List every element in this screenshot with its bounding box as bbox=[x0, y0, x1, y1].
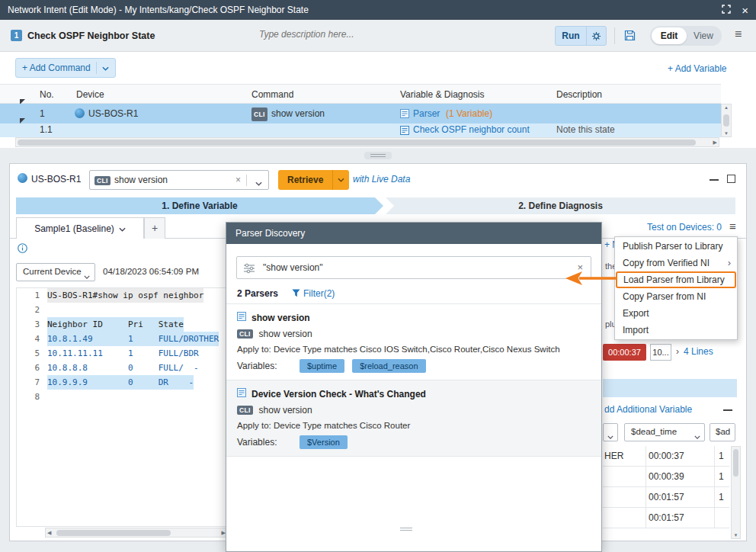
lines-link[interactable]: 4 Lines bbox=[684, 346, 713, 357]
table-row-command-1[interactable]: 1 US-BOS-R1 CLI show version Parser (1 V… bbox=[0, 104, 721, 124]
menu-item-import[interactable]: Import bbox=[615, 322, 737, 339]
scroll-down-icon[interactable]: ▼ bbox=[722, 131, 731, 136]
result-row[interactable]: 00:01:57 bbox=[603, 508, 729, 528]
header-menu-icon[interactable]: ≡ bbox=[735, 28, 742, 40]
add-additional-variable-header[interactable]: dd Additional Variable bbox=[604, 404, 692, 415]
menu-item-load-parser-from-library[interactable]: Load Parser from Library bbox=[616, 271, 736, 288]
result-cell-count: 1 bbox=[719, 471, 724, 482]
filter-link[interactable]: Filter(2) bbox=[303, 288, 335, 299]
step-define-variable[interactable]: 1. Define Variable bbox=[16, 197, 383, 214]
maximize-panel-icon[interactable] bbox=[727, 175, 735, 183]
variable-chip[interactable]: $reload_reason bbox=[352, 359, 425, 373]
code-line: 3Neighbor ID Pri State bbox=[17, 317, 227, 332]
row-no: 1 bbox=[40, 104, 45, 124]
dialog-resize-handle[interactable] bbox=[400, 528, 412, 531]
retrieve-dropdown-icon[interactable] bbox=[332, 170, 349, 190]
divider bbox=[246, 175, 247, 186]
sample-output-editor[interactable]: 1US-BOS-R1#show ip ospf neighbor 2 3Neig… bbox=[16, 287, 228, 527]
sample-source-chevron-icon[interactable] bbox=[84, 271, 90, 281]
parser-list-item[interactable]: Device Version Check - What's Changed CL… bbox=[226, 380, 601, 457]
parser-search-box[interactable]: "show version" × bbox=[236, 256, 591, 279]
parser-variable-count: (1 Variable) bbox=[446, 104, 492, 124]
info-icon[interactable] bbox=[18, 243, 27, 255]
menu-item-copy-parser-from-ni[interactable]: Copy Parser from NI bbox=[615, 288, 737, 305]
search-options-icon[interactable] bbox=[243, 263, 255, 276]
table-row-diagnosis-1-1[interactable]: 1.1 Check OSPF neighbor count Note this … bbox=[0, 124, 721, 137]
diagnosis-name[interactable]: Check OSPF neighbor count bbox=[413, 124, 530, 136]
command-select[interactable]: CLI show version × bbox=[89, 170, 269, 190]
run-button[interactable]: Run bbox=[556, 27, 586, 45]
close-window-icon[interactable]: × bbox=[742, 5, 748, 16]
tab-dropdown-icon[interactable] bbox=[119, 223, 126, 234]
code-horizontal-scrollbar[interactable]: ◀ ▶ bbox=[45, 528, 228, 538]
parser-apply-to: Apply to: Device Type matches Cisco Rout… bbox=[237, 421, 410, 430]
result-row[interactable]: HER 00:00:37 1 bbox=[603, 446, 729, 467]
dead-time-variable-select[interactable]: $dead_time bbox=[624, 423, 705, 441]
scroll-right-icon[interactable]: ▶ bbox=[713, 140, 717, 146]
table-horizontal-scrollbar[interactable]: ▶ bbox=[15, 137, 719, 147]
tab-sample1-baseline[interactable]: Sample1 (Baseline) bbox=[16, 217, 144, 239]
command-select-value: show version bbox=[114, 175, 168, 185]
column-header-description: Description bbox=[556, 85, 602, 104]
retrieve-split-button: Retrieve bbox=[278, 170, 349, 190]
scroll-left-icon[interactable]: ◀ bbox=[47, 530, 51, 536]
description-input[interactable] bbox=[259, 29, 427, 40]
add-sample-tab[interactable]: + bbox=[144, 217, 165, 239]
panel-splitter-handle[interactable] bbox=[364, 152, 392, 159]
row-no: 1.1 bbox=[40, 124, 53, 136]
with-live-data-label: with Live Data bbox=[353, 174, 410, 185]
column-header-command: Command bbox=[251, 85, 293, 104]
scroll-down-icon[interactable]: ▼ bbox=[732, 533, 740, 538]
retrieve-button[interactable]: Retrieve bbox=[278, 170, 332, 190]
edit-toggle[interactable]: Edit bbox=[652, 27, 687, 44]
highlighted-dead-time-value[interactable]: 00:00:37 bbox=[603, 344, 646, 361]
add-command-chevron-icon[interactable] bbox=[102, 63, 109, 73]
scrollbar-thumb[interactable] bbox=[733, 449, 738, 477]
parser-link[interactable]: Parser bbox=[413, 104, 440, 124]
test-devices-menu-icon[interactable]: ≡ bbox=[729, 220, 736, 233]
scroll-up-icon[interactable]: ▲ bbox=[722, 105, 731, 110]
row-device-name: US-BOS-R1 bbox=[88, 104, 138, 124]
dialog-titlebar[interactable]: Parser Discovery bbox=[226, 223, 601, 244]
minimize-panel-icon[interactable] bbox=[710, 179, 719, 181]
dead-time-select-chevron-icon[interactable] bbox=[694, 431, 700, 441]
variable-chip[interactable]: $Version bbox=[300, 435, 348, 449]
add-variable-link[interactable]: + Add Variable bbox=[668, 63, 727, 74]
cli-badge: CLI bbox=[237, 406, 253, 415]
scrollbar-thumb[interactable] bbox=[18, 140, 696, 146]
menu-item-publish-parser[interactable]: Publish Parser to Library bbox=[615, 238, 737, 255]
step-define-diagnosis[interactable]: 2. Define Diagnosis bbox=[386, 197, 735, 214]
table-vertical-scrollbar[interactable]: ▲ ▼ bbox=[721, 104, 732, 137]
view-toggle[interactable]: View bbox=[687, 30, 720, 41]
code-line: 2 bbox=[17, 303, 227, 317]
expand-lines-icon[interactable]: › bbox=[676, 346, 679, 357]
result-vertical-scrollbar[interactable]: ▼ bbox=[731, 446, 741, 539]
result-row[interactable]: 00:01:57 1 bbox=[603, 487, 729, 508]
column-header-no: No. bbox=[40, 85, 54, 104]
result-cell-time: 00:01:57 bbox=[649, 492, 684, 502]
column-header-variable: Variable & Diagnosis bbox=[400, 85, 485, 104]
filter-funnel-icon[interactable] bbox=[292, 289, 300, 300]
parser-icon bbox=[237, 312, 246, 323]
scrollbar-thumb[interactable] bbox=[56, 530, 171, 536]
command-select-chevron-icon[interactable] bbox=[255, 178, 262, 188]
scrollbar-thumb[interactable] bbox=[723, 114, 729, 127]
maximize-window-icon[interactable] bbox=[722, 5, 731, 16]
clear-command-icon[interactable]: × bbox=[235, 175, 241, 185]
run-settings-gear-icon[interactable] bbox=[586, 27, 606, 45]
test-on-devices-link[interactable]: Test on Devices: 0 bbox=[647, 222, 722, 233]
result-row[interactable]: 00:00:39 1 bbox=[603, 467, 729, 487]
collapse-section-icon[interactable] bbox=[723, 409, 732, 411]
sample-source-select[interactable]: Current Device bbox=[16, 263, 95, 281]
run-split-button: Run bbox=[555, 26, 607, 46]
collapse-chevron-button[interactable] bbox=[603, 423, 618, 441]
variable-chip[interactable]: $uptime bbox=[300, 359, 344, 373]
menu-item-copy-from-verified-ni[interactable]: Copy from Verified NI › bbox=[615, 255, 737, 271]
search-input-value[interactable]: "show version" bbox=[263, 262, 323, 273]
parser-list-item[interactable]: show version CLI show version Apply to: … bbox=[226, 304, 601, 380]
menu-item-export[interactable]: Export bbox=[615, 305, 737, 322]
parser-apply-to: Apply to: Device Type matches Cisco IOS … bbox=[237, 345, 560, 354]
save-icon[interactable] bbox=[624, 30, 636, 43]
second-variable-select[interactable]: $ad bbox=[710, 423, 735, 441]
add-command-button[interactable]: + Add Command bbox=[15, 58, 116, 78]
